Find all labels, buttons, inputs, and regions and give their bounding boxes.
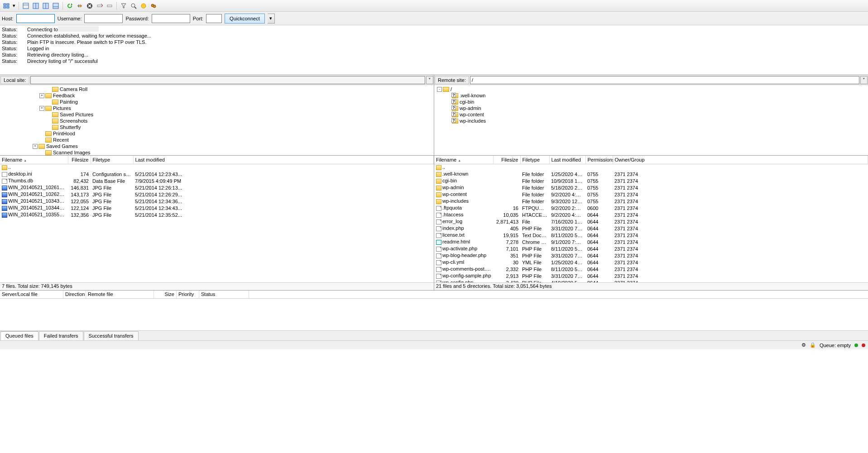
tree-node[interactable]: Screenshots	[1, 118, 433, 124]
list-item[interactable]: index.php405PHP File3/31/2020 7:26:...06…	[434, 225, 868, 232]
quickconnect-history-dropdown[interactable]: ▾	[268, 14, 275, 24]
quickconnect-button[interactable]: Quickconnect	[225, 14, 265, 24]
list-item[interactable]: wp-adminFile folder5/18/2020 2:52:...075…	[434, 184, 868, 191]
local-col-filetype[interactable]: Filetype	[91, 156, 133, 164]
queue-col-remote[interactable]: Remote file	[86, 291, 154, 298]
local-tree[interactable]: Camera Roll+FeedbackPainting+PicturesSav…	[0, 85, 434, 156]
remote-col-filename[interactable]: Filename▲	[434, 156, 493, 164]
list-item[interactable]: wp-comments-post.p...2,332PHP File8/11/2…	[434, 266, 868, 272]
local-path-dropdown[interactable]: ˅	[426, 76, 433, 84]
toggle-log-icon[interactable]	[21, 1, 30, 10]
list-item[interactable]: error_log2,871,413File7/16/2020 11:4...0…	[434, 218, 868, 225]
tree-node[interactable]: -/	[435, 86, 867, 92]
search-icon[interactable]	[129, 1, 138, 10]
tree-node[interactable]: wp-includes	[435, 118, 867, 124]
list-item[interactable]: ..	[434, 164, 868, 171]
cancel-icon[interactable]	[85, 1, 94, 10]
tree-node[interactable]: Camera Roll	[1, 86, 433, 92]
list-item[interactable]: desktop.ini174Configuration setti...5/21…	[0, 171, 434, 177]
tree-node[interactable]: .well-known	[435, 92, 867, 99]
tree-node[interactable]: +Feedback	[1, 92, 433, 99]
remote-col-owner[interactable]: Owner/Group	[613, 156, 868, 164]
gear-icon[interactable]: ⚙	[801, 342, 806, 348]
tree-node[interactable]: Scanned Images	[1, 149, 433, 156]
list-item[interactable]: WIN_20140521_103436.JPG122,055JPG File5/…	[0, 198, 434, 205]
expand-icon[interactable]: -	[437, 87, 442, 92]
reconnect-icon[interactable]	[105, 1, 114, 10]
refresh-icon[interactable]	[65, 1, 74, 10]
queue-col-priority[interactable]: Priority	[177, 291, 199, 298]
queue-col-size[interactable]: Size	[154, 291, 177, 298]
remote-file-list[interactable]: Filename▲ Filesize Filetype Last modifie…	[434, 156, 868, 282]
remote-col-filesize[interactable]: Filesize	[493, 156, 520, 164]
list-item[interactable]: wp-config.php3,438PHP File4/10/2020 5:07…	[434, 279, 868, 282]
tree-node[interactable]: +Saved Games	[1, 143, 433, 149]
local-col-filename[interactable]: Filename▲	[0, 156, 68, 164]
disconnect-icon[interactable]	[95, 1, 104, 10]
expand-icon[interactable]: +	[33, 144, 38, 149]
list-item[interactable]: Thumbs.db82,432Data Base File7/9/2015 4:…	[0, 177, 434, 184]
queue-col-server[interactable]: Server/Local file	[0, 291, 63, 298]
list-item[interactable]: ..	[0, 164, 434, 171]
tree-node[interactable]: Recent	[1, 137, 433, 143]
list-item[interactable]: .htaccess10,035HTACCESS ...9/2/2020 4:30…	[434, 211, 868, 218]
list-item[interactable]: .ftpquota16FTPQUOTA...9/2/2020 2:29:4...…	[434, 205, 868, 211]
site-manager-icon[interactable]	[2, 1, 11, 10]
tree-node[interactable]: Shutterfly	[1, 124, 433, 130]
tree-node[interactable]: cgi-bin	[435, 99, 867, 105]
list-item[interactable]: WIN_20140521_102613.JPG146,831JPG File5/…	[0, 184, 434, 191]
remote-path-input[interactable]	[470, 76, 859, 84]
tree-node[interactable]: PrintHood	[1, 130, 433, 137]
list-item[interactable]: WIN_20140521_103552.JPG132,356JPG File5/…	[0, 211, 434, 218]
remote-tree[interactable]: -/.well-knowncgi-binwp-adminwp-contentwp…	[434, 85, 868, 156]
queue-body[interactable]	[0, 299, 868, 330]
port-input[interactable]	[206, 14, 222, 23]
local-col-modified[interactable]: Last modified	[133, 156, 434, 164]
tab-failed-transfers[interactable]: Failed transfers	[39, 331, 83, 340]
username-input[interactable]	[84, 14, 123, 23]
remote-col-filetype[interactable]: Filetype	[520, 156, 549, 164]
file-icon	[436, 226, 441, 231]
list-item[interactable]: license.txt19,915Text Docu...8/11/2020 5…	[434, 232, 868, 238]
status-log[interactable]: Status:Connecting to Status:Connection e…	[0, 25, 868, 75]
list-item[interactable]: wp-contentFile folder9/2/2020 4:37:5...0…	[434, 191, 868, 198]
password-input[interactable]	[152, 14, 190, 23]
toggle-remote-tree-icon[interactable]	[41, 1, 50, 10]
remote-path-dropdown[interactable]: ˅	[860, 76, 868, 84]
list-item[interactable]: WIN_20140521_103443.JPG122,124JPG File5/…	[0, 205, 434, 211]
expand-icon[interactable]: +	[39, 106, 44, 111]
tree-node[interactable]: wp-admin	[435, 105, 867, 111]
tab-queued-files[interactable]: Queued files	[0, 331, 38, 340]
host-input[interactable]	[16, 14, 55, 23]
list-item[interactable]: wp-cli.yml30YML File1/25/2020 4:19:...06…	[434, 259, 868, 266]
local-path-input[interactable]	[30, 76, 425, 84]
tree-node[interactable]: +Pictures	[1, 105, 433, 111]
list-item[interactable]: wp-config-sample.php2,913PHP File3/31/20…	[434, 272, 868, 279]
tab-successful-transfers[interactable]: Successful transfers	[84, 331, 139, 340]
dropdown-arrow-icon[interactable]: ▾	[12, 1, 16, 10]
toggle-local-tree-icon[interactable]	[31, 1, 40, 10]
list-item[interactable]: WIN_20140521_102629.JPG143,173JPG File5/…	[0, 191, 434, 198]
process-queue-icon[interactable]	[75, 1, 84, 10]
list-item[interactable]: readme.html7,278Chrome H...9/1/2020 7:22…	[434, 238, 868, 245]
list-item[interactable]: wp-includesFile folder9/3/2020 12:21:...…	[434, 198, 868, 205]
filter-icon[interactable]	[119, 1, 128, 10]
find-icon[interactable]	[149, 1, 158, 10]
compare-icon[interactable]	[139, 1, 148, 10]
toggle-queue-icon[interactable]	[51, 1, 60, 10]
tree-node[interactable]: Painting	[1, 99, 433, 105]
local-file-list[interactable]: Filename▲ Filesize Filetype Last modifie…	[0, 156, 434, 282]
expand-icon[interactable]: +	[39, 93, 44, 98]
remote-col-modified[interactable]: Last modified	[549, 156, 585, 164]
list-item[interactable]: cgi-binFile folder10/9/2018 1:14:...0755…	[434, 177, 868, 184]
list-item[interactable]: wp-blog-header.php351PHP File3/31/2020 7…	[434, 252, 868, 259]
queue-col-status[interactable]: Status	[199, 291, 249, 298]
list-item[interactable]: wp-activate.php7,101PHP File8/11/2020 5:…	[434, 245, 868, 252]
local-col-filesize[interactable]: Filesize	[68, 156, 91, 164]
lock-icon[interactable]: 🔒	[810, 342, 816, 348]
queue-col-direction[interactable]: Direction	[63, 291, 86, 298]
tree-node[interactable]: Saved Pictures	[1, 111, 433, 118]
list-item[interactable]: .well-knownFile folder1/25/2020 4:23:...…	[434, 171, 868, 177]
remote-col-permissions[interactable]: Permissions	[585, 156, 613, 164]
tree-node[interactable]: wp-content	[435, 111, 867, 118]
